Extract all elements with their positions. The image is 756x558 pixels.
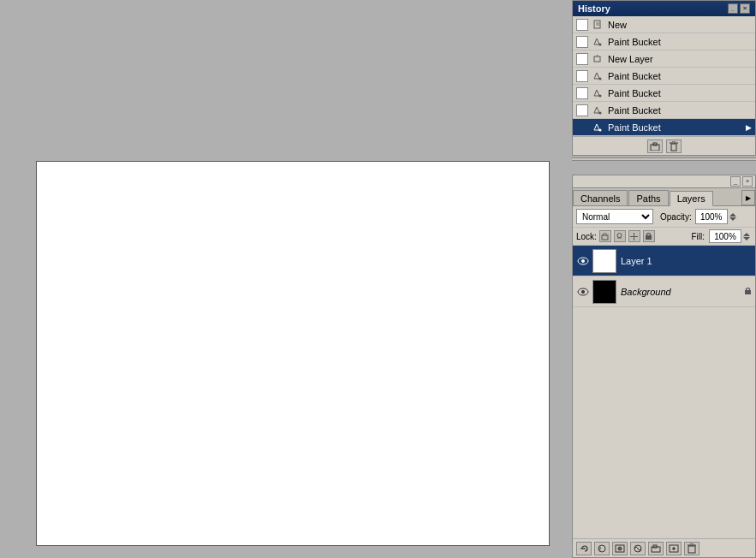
svg-rect-0 (594, 21, 600, 28)
history-new-snapshot-btn[interactable] (647, 140, 663, 153)
lock-transparent-btn[interactable] (599, 230, 611, 242)
layer-row-background[interactable]: Background (573, 276, 755, 307)
history-item-active[interactable]: Paint Bucket ▶ (573, 119, 755, 136)
history-close-btn[interactable]: × (740, 3, 750, 14)
layers-empty-area (573, 307, 755, 538)
svg-rect-20 (602, 235, 608, 240)
svg-rect-25 (646, 235, 652, 240)
svg-text:f: f (599, 546, 601, 552)
history-item[interactable]: Paint Bucket (573, 68, 755, 85)
history-titlebar-buttons: _ × (728, 3, 750, 14)
svg-point-29 (581, 290, 585, 294)
lock-position-btn[interactable] (628, 230, 640, 242)
svg-rect-42 (688, 546, 695, 553)
history-title: History (578, 3, 610, 14)
layer-style-btn[interactable]: f (594, 542, 610, 555)
history-checkbox[interactable] (576, 104, 588, 116)
opacity-arrows[interactable] (729, 209, 738, 224)
history-checkbox[interactable] (576, 53, 588, 65)
history-item-label: Paint Bucket (608, 71, 661, 81)
paint-bucket-icon (591, 104, 604, 117)
svg-marker-11 (594, 107, 599, 113)
history-arrow: ▶ (746, 123, 752, 132)
layer-row-1[interactable]: Layer 1 (573, 246, 755, 276)
svg-point-10 (599, 94, 602, 97)
history-checkbox[interactable] (576, 87, 588, 99)
history-item[interactable]: New (573, 16, 755, 33)
layer-lock-icon (744, 287, 752, 297)
layers-panel-close-btn[interactable]: × (742, 176, 753, 187)
tab-paths[interactable]: Paths (628, 190, 668, 205)
lock-all-btn[interactable] (643, 230, 655, 242)
fill-input[interactable] (709, 229, 741, 243)
layer-thumbnail-1 (592, 249, 616, 273)
history-delete-btn[interactable] (666, 140, 682, 153)
history-bottom-bar (573, 136, 755, 155)
tab-channels[interactable]: Channels (573, 190, 628, 205)
lock-label: Lock: (576, 232, 597, 241)
history-item[interactable]: New Layer (573, 50, 755, 68)
svg-point-4 (599, 43, 602, 45)
opacity-control (695, 209, 738, 224)
tab-layers[interactable]: Layers (670, 191, 713, 206)
paint-bucket-icon (591, 69, 604, 83)
history-item-label: Paint Bucket (608, 105, 661, 116)
layers-panel: _ × Channels Paths Layers ▶ Normal Disso… (572, 175, 756, 558)
history-checkbox[interactable] (576, 19, 588, 31)
fill-label: Fill: (691, 232, 705, 241)
layers-tab-menu-btn[interactable]: ▶ (741, 190, 755, 205)
opacity-label: Opacity: (660, 212, 692, 222)
history-panel: History _ × New Paint Bucket (572, 0, 756, 156)
svg-rect-17 (671, 144, 676, 151)
layers-panel-minimize-btn[interactable]: _ (730, 176, 741, 187)
svg-rect-5 (594, 56, 600, 62)
history-item-label: New Layer (608, 54, 653, 64)
layer-new-btn[interactable] (666, 542, 682, 555)
history-item-label: Paint Bucket (608, 88, 661, 98)
layer-link-btn[interactable] (576, 542, 592, 555)
layers-panel-controls: _ × (730, 176, 753, 187)
paint-bucket-icon (591, 86, 604, 100)
layer-adjustment-btn[interactable] (630, 542, 646, 555)
layer-thumbnail-bg (592, 280, 616, 304)
layer-visibility-btn-bg[interactable] (576, 285, 590, 299)
history-item-label: Paint Bucket (608, 37, 661, 47)
svg-marker-13 (594, 124, 599, 130)
svg-point-12 (599, 111, 602, 114)
opacity-input[interactable] (695, 209, 728, 224)
fill-control (709, 229, 752, 243)
resize-bar[interactable] (572, 157, 756, 161)
history-item[interactable]: Paint Bucket (573, 85, 755, 102)
layer-visibility-btn-1[interactable] (576, 254, 590, 268)
history-checkbox[interactable] (576, 36, 588, 48)
history-item-label: New (608, 20, 627, 30)
layers-bottom-toolbar: f (573, 538, 755, 557)
svg-point-27 (581, 259, 585, 263)
history-checkbox[interactable] (576, 70, 588, 82)
history-item[interactable]: Paint Bucket (573, 102, 755, 119)
svg-marker-3 (594, 39, 599, 45)
paint-bucket-icon (591, 121, 604, 134)
layer-name-bg: Background (621, 287, 741, 297)
blend-mode-select[interactable]: Normal Dissolve Multiply Screen Overlay (576, 209, 653, 224)
layer-mask-btn[interactable] (612, 542, 628, 555)
layers-blend-row: Normal Dissolve Multiply Screen Overlay … (573, 206, 755, 228)
paint-bucket-icon (591, 35, 604, 49)
canvas-area (0, 0, 569, 558)
svg-point-14 (599, 128, 602, 131)
svg-marker-7 (594, 73, 599, 79)
new-layer-icon (591, 52, 604, 66)
fill-arrows[interactable] (743, 229, 752, 243)
history-minimize-btn[interactable]: _ (728, 3, 738, 14)
history-item-label: Paint Bucket (608, 122, 661, 133)
history-item[interactable]: Paint Bucket (573, 33, 755, 50)
layer-group-btn[interactable] (648, 542, 664, 555)
layer-name-1: Layer 1 (621, 256, 752, 266)
svg-rect-30 (745, 290, 751, 294)
lock-image-btn[interactable] (614, 230, 626, 242)
document-canvas (36, 161, 550, 546)
svg-point-35 (618, 546, 622, 550)
svg-point-21 (617, 234, 622, 238)
lock-row: Lock: Fill: (573, 228, 755, 246)
layer-delete-btn[interactable] (684, 542, 699, 555)
